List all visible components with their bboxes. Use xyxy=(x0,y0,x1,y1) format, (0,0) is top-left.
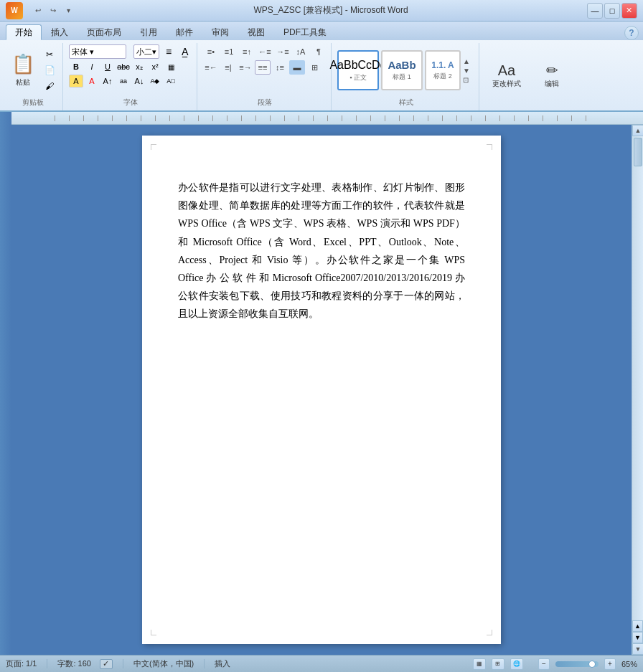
font-label: 字体 xyxy=(123,96,138,109)
minimize-button[interactable]: — xyxy=(587,3,603,19)
change-styles-button[interactable]: Aa 更改样式 xyxy=(485,55,528,95)
italic-button[interactable]: I xyxy=(85,60,99,73)
tab-pdf[interactable]: PDF工具集 xyxy=(274,24,336,40)
scroll-down-button[interactable]: ▼ xyxy=(632,643,643,655)
zoom-thumb[interactable] xyxy=(588,661,596,668)
highlight-button[interactable]: A xyxy=(69,75,83,87)
document-page[interactable]: 办公软件是指可以进行文字处理、表格制作、幻灯片制作、图形图像处理、简单数据库的处… xyxy=(142,136,501,644)
full-screen-button[interactable]: ⊞ xyxy=(492,658,504,670)
style-expand[interactable]: ⊡ xyxy=(463,76,474,84)
font-size-dec-button[interactable]: A↓ xyxy=(132,75,146,87)
scrollbar-vertical: ▲ ▲ ▼ ▼ xyxy=(632,125,643,655)
style-h1-preview: AaBb xyxy=(388,59,416,71)
styles-group: AaBbCcDd ▪ 正文 AaBb 标题 1 1.1. A 标题 2 ▲ ▼ … xyxy=(333,43,479,110)
zoom-slider[interactable] xyxy=(555,661,599,667)
language-info: 中文(简体，中国) xyxy=(133,658,194,669)
paste-button[interactable]: 📋 粘贴 xyxy=(7,50,39,90)
strikethrough-button[interactable]: abc xyxy=(116,60,131,73)
underline-button[interactable]: U xyxy=(100,60,115,73)
style-h1[interactable]: AaBb 标题 1 xyxy=(381,50,423,90)
font-group: 宋体 ▾ 小二▾ ≡ A̲ B I U abc x₂ x² ▦ A A A↑ a… xyxy=(65,43,197,110)
zoom-in-button[interactable]: + xyxy=(604,658,616,670)
spell-check-icon[interactable]: ✓ xyxy=(100,659,113,669)
prev-page-button[interactable]: ▲ xyxy=(632,620,643,632)
status-divider1 xyxy=(47,659,47,669)
letter-spacing-button[interactable]: aa xyxy=(116,75,131,87)
style-scroll-up[interactable]: ▲ xyxy=(463,57,474,65)
tab-view[interactable]: 视图 xyxy=(238,24,274,40)
font-border-button[interactable]: A□ xyxy=(164,75,178,87)
bullet-list-button[interactable]: ≡• xyxy=(203,44,219,59)
tab-home[interactable]: 开始 xyxy=(6,24,42,40)
font-shade-button[interactable]: A◆ xyxy=(148,75,162,87)
font-size-inc-button[interactable]: A↑ xyxy=(100,75,115,87)
quick-access-dropdown[interactable]: ▾ xyxy=(62,4,75,17)
expand-font-button[interactable]: ▦ xyxy=(164,60,178,73)
scroll-up-button[interactable]: ▲ xyxy=(632,125,643,136)
text-clear-button[interactable]: ≡ xyxy=(161,45,176,58)
border-button[interactable]: ⊞ xyxy=(306,60,322,75)
align-justify-button[interactable]: ≡≡ xyxy=(255,60,271,75)
multilevel-list-button[interactable]: ≡↑ xyxy=(239,44,255,59)
tab-references[interactable]: 引用 xyxy=(131,24,166,40)
print-view-button[interactable]: ▦ xyxy=(473,658,486,670)
change-styles-label: 更改样式 xyxy=(492,79,521,89)
style-normal-preview: AaBbCcDd xyxy=(329,59,386,72)
next-page-button[interactable]: ▼ xyxy=(632,632,643,643)
clipboard-sub: ✂ 📄 🖌 xyxy=(41,47,58,93)
tab-mail[interactable]: 邮件 xyxy=(166,24,202,40)
paste-icon: 📋 xyxy=(11,53,34,75)
copy-button[interactable]: 📄 xyxy=(41,63,58,77)
status-divider2 xyxy=(123,659,123,669)
edit-button[interactable]: ✏ 编辑 xyxy=(530,55,573,95)
document-scroll[interactable]: 办公软件是指可以进行文字处理、表格制作、幻灯片制作、图形图像处理、简单数据库的处… xyxy=(11,125,632,655)
line-spacing-button[interactable]: ↕≡ xyxy=(272,60,288,75)
cut-button[interactable]: ✂ xyxy=(41,47,58,62)
style-h2[interactable]: 1.1. A 标题 2 xyxy=(425,50,461,90)
bold-button[interactable]: B xyxy=(69,60,83,73)
increase-indent-button[interactable]: →≡ xyxy=(275,44,291,59)
ribbon-tabs: 开始 插入 页面布局 引用 邮件 审阅 视图 PDF工具集 ? xyxy=(0,22,643,40)
undo-button[interactable]: ↩ xyxy=(32,4,44,17)
page-info: 页面: 1/1 xyxy=(6,658,37,669)
style-scroll-down[interactable]: ▼ xyxy=(463,67,474,75)
app-logo: W xyxy=(6,2,23,19)
font-color-button[interactable]: A xyxy=(85,75,99,87)
edit-group: Aa 更改样式 ✏ 编辑 xyxy=(481,43,578,110)
align-center-button[interactable]: ≡| xyxy=(220,60,236,75)
maximize-button[interactable]: □ xyxy=(604,3,620,19)
word-count: 字数: 160 xyxy=(57,658,90,669)
redo-button[interactable]: ↪ xyxy=(47,4,60,17)
close-button[interactable]: ✕ xyxy=(621,3,637,19)
subscript-button[interactable]: x₂ xyxy=(132,60,146,73)
tab-review[interactable]: 审阅 xyxy=(202,24,238,40)
font-name-selector[interactable]: 宋体 ▾ xyxy=(69,44,126,59)
tab-insert[interactable]: 插入 xyxy=(42,24,78,40)
font-size-selector[interactable]: 小二▾ xyxy=(133,44,159,59)
text-border-button[interactable]: A̲ xyxy=(178,45,192,58)
help-button[interactable]: ? xyxy=(624,26,639,40)
numbered-list-button[interactable]: ≡1 xyxy=(221,44,237,59)
format-paint-button[interactable]: 🖌 xyxy=(41,79,58,93)
align-left-button[interactable]: ≡← xyxy=(203,60,219,75)
font-controls: 宋体 ▾ 小二▾ ≡ A̲ B I U abc x₂ x² ▦ A A A↑ a… xyxy=(69,44,192,96)
status-bar-right: ▦ ⊞ 🌐 − + 65% xyxy=(473,658,637,670)
decrease-indent-button[interactable]: ←≡ xyxy=(257,44,273,59)
align-right-button[interactable]: ≡→ xyxy=(238,60,253,75)
show-marks-button[interactable]: ¶ xyxy=(311,44,327,59)
sort-button[interactable]: ↕A xyxy=(293,44,309,59)
style-h2-label: 标题 2 xyxy=(433,72,452,81)
font-row3: A A A↑ aa A↓ A◆ A□ xyxy=(69,75,192,87)
scroll-track[interactable] xyxy=(632,136,643,620)
page-corner-tl xyxy=(151,144,156,150)
zoom-out-button[interactable]: − xyxy=(538,658,550,670)
para-row1: ≡• ≡1 ≡↑ ←≡ →≡ ↕A ¶ xyxy=(203,44,327,59)
left-panel xyxy=(0,112,11,655)
shading-button[interactable]: ▬ xyxy=(289,60,305,75)
web-view-button[interactable]: 🌐 xyxy=(510,658,523,670)
superscript-button[interactable]: x² xyxy=(148,60,162,73)
scroll-thumb[interactable] xyxy=(634,138,642,166)
style-normal[interactable]: AaBbCcDd ▪ 正文 xyxy=(337,50,379,90)
document-text[interactable]: 办公软件是指可以进行文字处理、表格制作、幻灯片制作、图形图像处理、简单数据库的处… xyxy=(178,179,465,323)
tab-layout[interactable]: 页面布局 xyxy=(78,24,131,40)
